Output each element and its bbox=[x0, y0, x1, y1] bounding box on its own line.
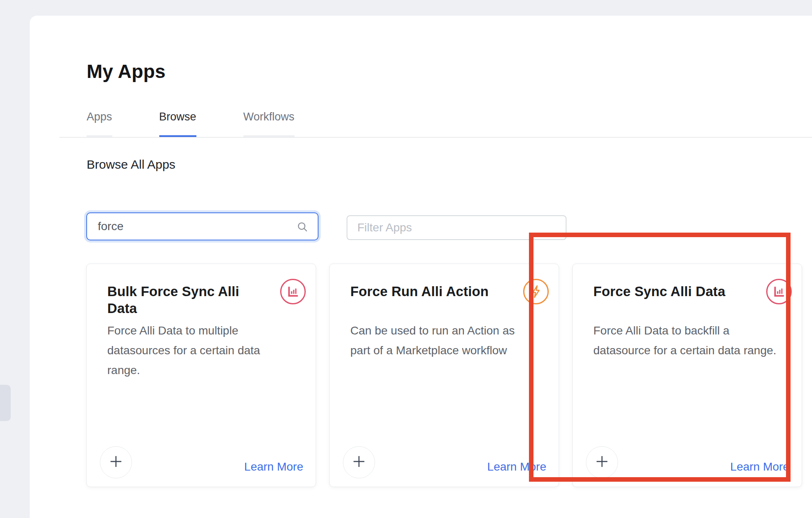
tabbar-divider bbox=[59, 137, 812, 138]
plus-icon bbox=[593, 453, 611, 472]
app-card-force-run-alli-action[interactable]: Force Run Alli Action Can be used to run… bbox=[329, 264, 559, 487]
card-title: Force Sync Alli Data bbox=[593, 283, 758, 300]
bar-chart-icon bbox=[280, 279, 306, 304]
learn-more-link[interactable]: Learn More bbox=[487, 460, 546, 473]
tab-browse[interactable]: Browse bbox=[159, 111, 196, 137]
add-app-button[interactable] bbox=[100, 446, 132, 478]
main-panel: My Apps Apps Browse Workflows Browse All… bbox=[30, 16, 812, 518]
filter-field-wrap bbox=[347, 215, 567, 240]
app-card-force-sync-alli-data[interactable]: Force Sync Alli Data Force Alli Data to … bbox=[572, 264, 802, 487]
search-input[interactable] bbox=[87, 213, 318, 240]
tab-bar: Apps Browse Workflows bbox=[87, 111, 295, 137]
left-rail-tab[interactable] bbox=[0, 385, 11, 421]
filter-apps-input[interactable] bbox=[347, 216, 566, 239]
learn-more-link[interactable]: Learn More bbox=[244, 460, 303, 473]
card-description: Can be used to run an Action as part of … bbox=[350, 321, 536, 360]
learn-more-link[interactable]: Learn More bbox=[730, 460, 789, 473]
bar-chart-icon bbox=[766, 279, 792, 304]
tab-workflows[interactable]: Workflows bbox=[243, 111, 295, 137]
card-description: Force Alli Data to backfill a datasource… bbox=[593, 321, 779, 360]
lightning-icon bbox=[523, 279, 549, 304]
card-title: Bulk Force Sync Alli Data bbox=[107, 283, 272, 317]
card-description: Force Alli Data to multiple datasources … bbox=[107, 321, 293, 380]
search-icon bbox=[296, 221, 309, 233]
app-card-bulk-force-sync-alli-data[interactable]: Bulk Force Sync Alli Data Force Alli Dat… bbox=[86, 264, 316, 487]
page-title: My Apps bbox=[87, 60, 165, 82]
card-title: Force Run Alli Action bbox=[350, 283, 515, 300]
add-app-button[interactable] bbox=[586, 446, 618, 478]
section-heading: Browse All Apps bbox=[87, 158, 175, 172]
search-field-wrap bbox=[86, 212, 319, 240]
tab-apps[interactable]: Apps bbox=[87, 111, 112, 137]
plus-icon bbox=[107, 453, 125, 472]
add-app-button[interactable] bbox=[343, 446, 375, 478]
plus-icon bbox=[350, 453, 368, 472]
